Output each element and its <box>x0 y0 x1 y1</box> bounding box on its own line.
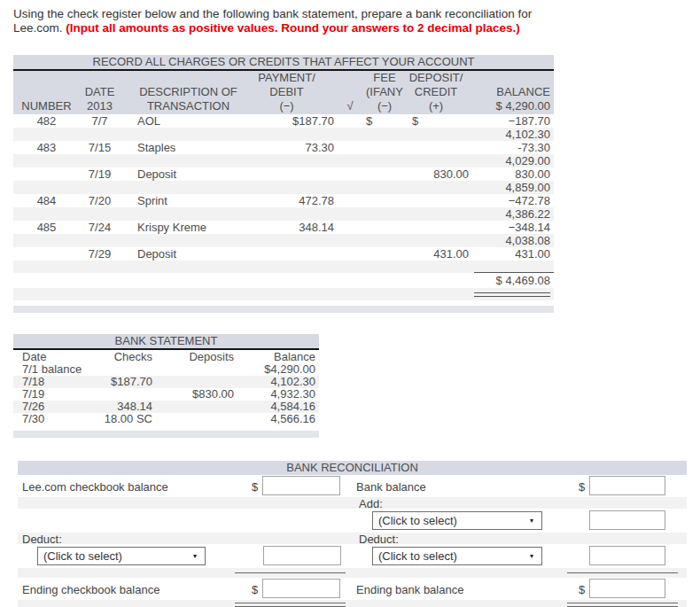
subtotal-rule-row <box>18 568 687 578</box>
deduct-row: Deduct: Deduct: <box>18 533 687 544</box>
ending-bank-balance-label: Ending bank balance <box>356 582 463 595</box>
col-header-fee: FEE(IFANY)(−) <box>359 70 403 114</box>
statement-row: 7/26348.144,584.16 <box>13 401 319 413</box>
col-header-number: NUMBER <box>13 70 80 114</box>
double-rule <box>474 292 550 297</box>
col-header-date: Date <box>13 349 102 363</box>
bank-deduct-amount-input[interactable] <box>589 546 665 565</box>
double-rule-row <box>13 288 554 300</box>
dollar-sign: $ <box>579 582 585 595</box>
ending-balance-row: Ending checkbook balance $ Ending bank b… <box>18 578 687 600</box>
subtotal-rule <box>235 572 346 573</box>
statement-row: 7/19$830.004,932.30 <box>13 388 319 401</box>
register-title-row: RECORD ALL CHARGES OR CREDITS THAT AFFEC… <box>13 55 554 70</box>
running-balance-row: 4,029.00 <box>13 154 554 167</box>
ending-checkbook-balance-label: Ending checkbook balance <box>22 582 159 595</box>
running-balance-row: 4,102.30 <box>13 128 554 141</box>
col-header-payment: PAYMENT/DEBIT(−) <box>239 70 341 114</box>
instructions: Using the check register below and the f… <box>13 7 678 35</box>
bank-reconciliation-panel: BANK RECONCILIATION Lee.com checkbook ba… <box>18 461 687 607</box>
instructions-warning: (Input all amounts as positive values. R… <box>66 21 519 35</box>
bank-add-amount-input[interactable] <box>589 510 665 530</box>
bank-balance-label: Bank balance <box>356 479 426 493</box>
bank-statement-footer-bar <box>13 431 319 438</box>
checkbook-balance-label: Lee.com checkbook balance <box>22 479 168 493</box>
statement-row: 7/1 balance$4,290.00 <box>13 363 319 376</box>
register-row: 4857/24Krispy Kreme348.14−348.14 <box>13 221 554 234</box>
check-register-table: RECORD ALL CHARGES OR CREDITS THAT AFFEC… <box>13 55 554 313</box>
instructions-line1: Using the check register below and the f… <box>13 7 532 20</box>
checkbook-deduct-amount-input[interactable] <box>263 546 341 565</box>
register-total: $ 4,469.08 <box>474 273 554 289</box>
deduct-select-row: (Click to select) ▾ (Click to select) ▾ <box>18 544 687 568</box>
register-row: 4837/15Staples73.30-73.30 <box>13 141 554 154</box>
register-row: 4847/20Sprint472.78−472.78 <box>13 194 554 207</box>
bank-statement-header-row: Date Checks Deposits Balance <box>13 349 319 363</box>
bank-statement-title-row: BANK STATEMENT <box>13 334 319 349</box>
col-header-checks: Checks <box>102 349 164 363</box>
bank-add-select-row: (Click to select) ▾ <box>18 509 687 533</box>
register-title: RECORD ALL CHARGES OR CREDITS THAT AFFEC… <box>13 55 554 70</box>
checkbook-deduct-label: Deduct: <box>22 532 62 545</box>
ending-checkbook-balance-input[interactable] <box>262 579 340 598</box>
register-row: 7/19Deposit830.00830.00 <box>13 167 554 181</box>
ending-bank-balance-input[interactable] <box>589 579 665 598</box>
col-header-date: DATE2013 <box>80 70 120 114</box>
dropdown-arrow-icon: ▾ <box>530 518 533 525</box>
register-header-row: NUMBER DATE2013 DESCRIPTION OFTRANSACTIO… <box>13 70 554 114</box>
register-footer-bar <box>13 306 554 313</box>
bank-deduct-select[interactable]: (Click to select) ▾ <box>372 547 542 565</box>
bank-balance-input[interactable] <box>589 476 665 495</box>
final-rule-row <box>18 600 687 607</box>
dollar-sign: $ <box>252 479 258 493</box>
add-row: Add: <box>18 497 687 509</box>
checkbook-balance-input[interactable] <box>262 476 340 495</box>
dropdown-arrow-icon: ▾ <box>530 553 533 560</box>
register-row: 4827/7AOL$187.70$$−187.70 <box>13 114 554 128</box>
col-header-balance: BALANCE$ 4,290.00 <box>474 70 554 114</box>
double-rule <box>235 603 346 607</box>
instructions-line2: Lee.com. <box>13 21 66 35</box>
running-balance-row: 4,038.08 <box>13 234 554 247</box>
checkbook-deduct-select[interactable]: (Click to select) ▾ <box>37 547 206 565</box>
dollar-sign: $ <box>252 582 258 595</box>
add-label: Add: <box>359 496 383 510</box>
statement-row: 7/18$187.704,102.30 <box>13 376 319 388</box>
bank-deduct-label: Deduct: <box>359 532 399 545</box>
col-header-balance: Balance <box>239 349 319 363</box>
bank-statement-title: BANK STATEMENT <box>13 334 319 349</box>
balance-row: Lee.com checkbook balance $ Bank balance… <box>18 475 687 497</box>
bank-add-select[interactable]: (Click to select) ▾ <box>372 511 542 530</box>
col-header-deposit: DEPOSIT/CREDIT(+) <box>403 70 474 114</box>
dropdown-arrow-icon: ▾ <box>193 553 197 560</box>
register-row: 7/29Deposit431.00431.00 <box>13 247 554 261</box>
col-header-description: DESCRIPTION OFTRANSACTION <box>120 70 239 114</box>
dollar-sign: $ <box>579 479 585 493</box>
total-rule-row <box>13 261 554 273</box>
reconciliation-title: BANK RECONCILIATION <box>18 461 687 475</box>
bank-statement-table: BANK STATEMENT Date Checks Deposits Bala… <box>13 334 319 438</box>
running-balance-row: 4,386.22 <box>13 207 554 221</box>
col-header-checkmark: √ <box>341 70 359 114</box>
col-header-deposits: Deposits <box>164 349 239 363</box>
subtotal-rule <box>567 572 678 573</box>
statement-row: 7/3018.00 SC4,566.16 <box>13 413 319 425</box>
register-total-row: $ 4,469.08 <box>13 273 554 289</box>
double-rule <box>567 603 678 607</box>
running-balance-row: 4,859.00 <box>13 181 554 194</box>
